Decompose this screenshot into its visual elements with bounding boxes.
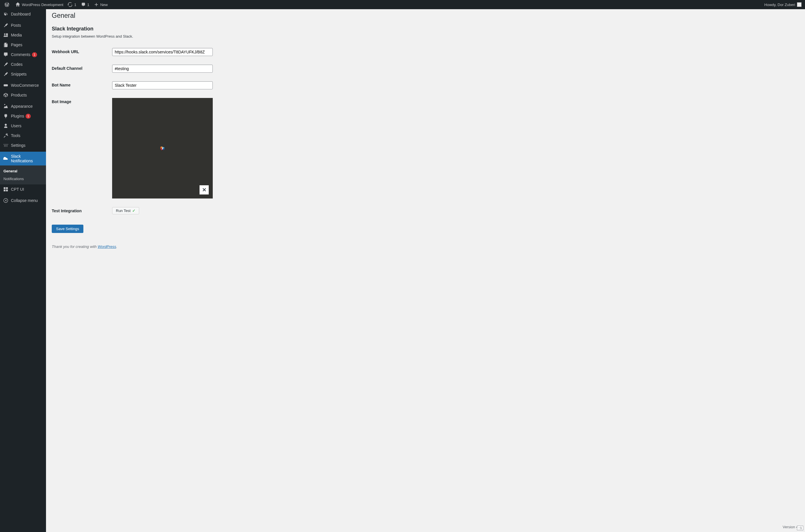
- sidebar-item-dashboard[interactable]: Dashboard: [0, 9, 46, 19]
- settings-icon: [3, 143, 8, 148]
- sidebar-label: Products: [11, 93, 27, 97]
- svg-rect-0: [4, 84, 8, 86]
- sidebar-label: Comments: [11, 52, 31, 57]
- plugins-icon: [3, 113, 8, 119]
- sidebar-item-comments[interactable]: Comments 1: [0, 50, 46, 59]
- page-title: General: [52, 9, 799, 21]
- updates-count: 1: [74, 3, 76, 7]
- comment-icon: [81, 2, 86, 7]
- save-settings-button[interactable]: Save Settings: [52, 225, 84, 233]
- bot-logo-hexagon: [160, 146, 165, 151]
- new-label: New: [100, 3, 108, 7]
- channel-label: Default Channel: [52, 60, 109, 77]
- wp-logo-button[interactable]: [2, 0, 13, 9]
- run-test-label: Run Test: [116, 209, 130, 213]
- comments-badge: 1: [32, 52, 37, 57]
- section-description: Setup integration between WordPress and …: [52, 34, 799, 38]
- appearance-icon: [3, 104, 8, 109]
- updates-link[interactable]: 1: [66, 0, 78, 9]
- svg-rect-1: [4, 187, 5, 189]
- tools-icon: [3, 133, 8, 138]
- comments-count: 1: [87, 3, 89, 7]
- wordpress-link[interactable]: WordPress: [98, 245, 116, 249]
- sidebar-label: Appearance: [11, 104, 33, 109]
- sidebar-item-snippets[interactable]: Snippets: [0, 69, 46, 79]
- plus-icon: [94, 2, 98, 7]
- submenu-general[interactable]: General: [0, 167, 46, 175]
- sidebar-item-codes[interactable]: Codes: [0, 59, 46, 69]
- botimage-label: Bot Image: [52, 94, 109, 203]
- bot-image-preview[interactable]: ✕: [112, 98, 213, 198]
- svg-rect-3: [4, 190, 5, 191]
- sidebar-label: Media: [11, 33, 22, 37]
- sidebar-label: Dashboard: [11, 12, 31, 16]
- media-icon: [3, 33, 8, 38]
- account-link[interactable]: Howdy, Dor Zuberi: [765, 2, 803, 7]
- comment-icon: [3, 52, 8, 57]
- comments-link[interactable]: 1: [79, 0, 92, 9]
- close-icon: ✕: [202, 187, 206, 193]
- footer: Thank you for creating with WordPress.: [52, 245, 799, 249]
- run-test-button[interactable]: Run Test ✓: [112, 207, 139, 214]
- cloud-icon: [3, 156, 8, 161]
- admin-bar: WordPress Development 1 1 New Howdy, Dor…: [0, 0, 805, 9]
- users-icon: [3, 123, 8, 128]
- wordpress-icon: [5, 2, 9, 7]
- sidebar-item-settings[interactable]: Settings: [0, 140, 46, 150]
- cpt-icon: [3, 187, 8, 192]
- test-label: Test Integration: [52, 203, 109, 219]
- pin-icon: [3, 23, 8, 28]
- woo-icon: [3, 83, 8, 88]
- sidebar-label: Collapse menu: [11, 198, 38, 203]
- footer-period: .: [116, 245, 117, 249]
- sidebar-label: Posts: [11, 23, 21, 27]
- footer-prefix: Thank you for creating with: [52, 245, 98, 249]
- sidebar-item-cpt-ui[interactable]: CPT UI: [0, 185, 46, 194]
- sidebar-item-woocommerce[interactable]: WooCommerce: [0, 80, 46, 90]
- sidebar-item-appearance[interactable]: Appearance: [0, 101, 46, 111]
- avatar: [797, 2, 802, 7]
- submenu-notifications[interactable]: Notifications: [0, 175, 46, 183]
- sidebar-item-pages[interactable]: Pages: [0, 40, 46, 50]
- sidebar-collapse[interactable]: Collapse menu: [0, 196, 46, 205]
- webhook-label: Webhook URL: [52, 44, 109, 60]
- sidebar-label: Settings: [11, 143, 25, 148]
- sidebar-label: Slack Notifications: [11, 154, 44, 163]
- remove-image-button[interactable]: ✕: [200, 185, 209, 194]
- sidebar-item-slack-notifications[interactable]: Slack Notifications: [0, 152, 46, 166]
- site-link[interactable]: WordPress Development: [13, 0, 66, 9]
- sidebar-submenu: General Notifications: [0, 166, 46, 185]
- content-area: General Slack Integration Setup integrat…: [46, 9, 805, 532]
- sidebar-item-products[interactable]: Products: [0, 90, 46, 100]
- plugins-badge: 1: [25, 114, 31, 119]
- check-icon: ✓: [132, 209, 135, 213]
- section-title: Slack Integration: [52, 26, 799, 32]
- sidebar-label: Codes: [11, 62, 22, 66]
- corner-debug: ::1: [797, 526, 803, 530]
- pages-icon: [3, 42, 8, 48]
- sidebar-item-users[interactable]: Users: [0, 121, 46, 131]
- sidebar-item-media[interactable]: Media: [0, 30, 46, 40]
- channel-input[interactable]: [112, 64, 213, 73]
- sidebar-label: Pages: [11, 42, 22, 47]
- sidebar-label: CPT UI: [11, 187, 24, 192]
- home-icon: [16, 2, 20, 7]
- new-link[interactable]: New: [92, 0, 110, 9]
- products-icon: [3, 93, 8, 98]
- pin-icon: [3, 72, 8, 77]
- sidebar-item-plugins[interactable]: Plugins 1: [0, 111, 46, 121]
- update-icon: [68, 2, 72, 7]
- sidebar-label: WooCommerce: [11, 83, 39, 88]
- sidebar-item-tools[interactable]: Tools: [0, 131, 46, 140]
- sidebar-label: Users: [11, 124, 22, 128]
- sidebar-label: Snippets: [11, 72, 26, 76]
- botname-input[interactable]: [112, 81, 213, 89]
- sidebar-label: Plugins: [11, 114, 24, 118]
- pin-icon: [3, 62, 8, 67]
- svg-rect-4: [6, 190, 8, 191]
- dashboard-icon: [3, 12, 8, 17]
- sidebar-item-posts[interactable]: Posts: [0, 20, 46, 30]
- webhook-input[interactable]: [112, 48, 213, 56]
- botname-label: Bot Name: [52, 77, 109, 94]
- site-name: WordPress Development: [22, 3, 63, 7]
